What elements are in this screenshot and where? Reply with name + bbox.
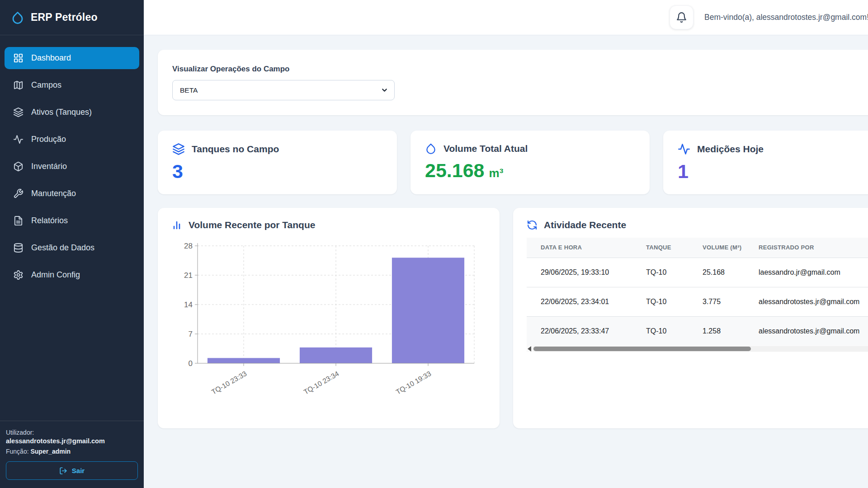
table-cell: 22/06/2025, 23:33:47 — [527, 316, 641, 346]
sidebar-item-inventario[interactable]: Inventário — [5, 155, 139, 178]
table-row: 29/06/2025, 19:33:10TQ-1025.168laessandr… — [527, 258, 868, 287]
sidebar-item-label: Dashboard — [31, 53, 71, 63]
app-title: ERP Petróleo — [31, 11, 98, 23]
sidebar-user-section: Utilizador: alessandrotostes.jr@gmail.co… — [0, 421, 144, 488]
sidebar-item-label: Ativos (Tanques) — [31, 108, 92, 117]
field-select[interactable]: BETA — [172, 80, 395, 100]
stats-row: Tanques no Campo 3 Volume Total Atual 25… — [158, 131, 868, 194]
sidebar-item-manutencao[interactable]: Manutenção — [5, 183, 139, 205]
svg-text:7: 7 — [189, 330, 193, 338]
svg-text:21: 21 — [184, 271, 193, 280]
svg-text:28: 28 — [184, 242, 193, 250]
top-header: Bem-vindo(a), alessandrotostes.jr@gmail.… — [144, 0, 868, 35]
scrollbar-track[interactable] — [533, 346, 868, 352]
sidebar-item-relatorios[interactable]: Relatórios — [5, 210, 139, 232]
sidebar-item-label: Campos — [31, 80, 61, 90]
stat-title: Tanques no Campo — [192, 144, 279, 155]
field-filter-label: Visualizar Operações do Campo — [172, 65, 868, 74]
main-area: Bem-vindo(a), alessandrotostes.jr@gmail.… — [144, 0, 868, 488]
file-text-icon — [13, 216, 24, 226]
horizontal-scrollbar[interactable] — [527, 346, 868, 352]
volume-chart-card: Volume Recente por Tanque 07142128TQ-10 … — [158, 208, 500, 428]
table-cell: 25.168 — [697, 258, 753, 287]
scrollbar-thumb[interactable] — [533, 347, 751, 351]
layers-icon — [172, 143, 185, 155]
sidebar-nav: Dashboard Campos Ativos (Tanques) Produç… — [0, 35, 144, 291]
sidebar-item-label: Admin Config — [31, 270, 80, 280]
database-icon — [13, 243, 24, 253]
table-cell: TQ-10 — [641, 258, 697, 287]
refresh-icon — [527, 220, 538, 230]
table-cell: alessandrotostes.jr@gmail.com — [753, 316, 868, 346]
bar-chart-icon — [171, 220, 182, 230]
table-cell: laessandro.jr@gmail.com — [753, 258, 868, 287]
table-cell: alessandrotostes.jr@gmail.com — [753, 287, 868, 316]
logout-icon — [59, 467, 67, 475]
droplet-logo-icon — [11, 11, 24, 24]
activity-title: Atividade Recente — [544, 220, 626, 230]
sidebar-item-label: Manutenção — [31, 189, 76, 198]
column-header: Volume (m³) — [697, 238, 753, 258]
table-header-row: Data e HoraTanqueVolume (m³)Registrado P… — [527, 238, 868, 258]
svg-text:TQ-10 23:34: TQ-10 23:34 — [302, 370, 340, 396]
table-row: 22/06/2025, 23:34:01TQ-103.775alessandro… — [527, 287, 868, 316]
stat-title: Volume Total Atual — [443, 143, 528, 154]
bar-chart: 07142128TQ-10 23:33TQ-10 23:34TQ-10 19:3… — [171, 237, 486, 411]
scroll-left-arrow-icon[interactable] — [528, 346, 531, 352]
activity-table: Data e HoraTanqueVolume (m³)Registrado P… — [527, 238, 868, 346]
svg-text:TQ-10 23:33: TQ-10 23:33 — [210, 370, 248, 396]
stat-card-tanques: Tanques no Campo 3 — [158, 131, 397, 194]
gear-icon — [13, 270, 24, 280]
stat-unit: m³ — [489, 166, 504, 180]
chart-title: Volume Recente por Tanque — [189, 220, 315, 230]
app-logo: ERP Petróleo — [0, 0, 144, 35]
svg-text:0: 0 — [189, 359, 193, 368]
sidebar-item-label: Gestão de Dados — [31, 243, 94, 253]
droplet-icon — [425, 143, 437, 155]
activity-table-container: Data e HoraTanqueVolume (m³)Registrado P… — [527, 238, 868, 352]
sidebar-item-producao[interactable]: Produção — [5, 128, 139, 150]
user-email: alessandrotostes.jr@gmail.com — [6, 437, 138, 445]
table-cell: 3.775 — [697, 287, 753, 316]
sidebar-item-gestao-de-dados[interactable]: Gestão de Dados — [5, 237, 139, 259]
notifications-button[interactable] — [670, 5, 693, 29]
table-cell: 29/06/2025, 19:33:10 — [527, 258, 641, 287]
field-filter-card: Visualizar Operações do Campo BETA — [158, 50, 868, 115]
activity-icon — [678, 143, 690, 155]
sidebar-item-campos[interactable]: Campos — [5, 74, 139, 96]
stat-title: Medições Hoje — [697, 144, 764, 155]
stat-value: 1 — [678, 161, 868, 182]
dashboard-content: Visualizar Operações do Campo BETA Tanqu… — [144, 35, 868, 488]
sidebar-item-admin-config[interactable]: Admin Config — [5, 264, 139, 286]
stat-card-medicoes: Medições Hoje 1 — [663, 131, 868, 194]
activity-icon — [13, 134, 24, 145]
svg-text:14: 14 — [184, 300, 193, 309]
table-cell: 22/06/2025, 23:34:01 — [527, 287, 641, 316]
table-cell: 1.258 — [697, 316, 753, 346]
user-role: Função: Super_admin — [6, 448, 138, 455]
sidebar-item-dashboard[interactable]: Dashboard — [5, 47, 139, 69]
package-icon — [13, 161, 24, 172]
stat-value: 3 — [172, 161, 382, 182]
wrench-icon — [13, 188, 24, 199]
column-header: Data e Hora — [527, 238, 641, 258]
recent-activity-card: Atividade Recente Data e HoraTanqueVolum… — [513, 208, 868, 428]
table-cell: TQ-10 — [641, 287, 697, 316]
stat-card-volume: Volume Total Atual 25.168m³ — [410, 131, 650, 194]
map-icon — [13, 80, 24, 90]
layers-icon — [13, 107, 24, 117]
bell-icon — [676, 12, 687, 23]
sidebar-item-label: Produção — [31, 135, 66, 144]
column-header: Registrado Por — [753, 238, 868, 258]
sair-button[interactable]: Sair — [6, 461, 138, 480]
sidebar-item-ativos[interactable]: Ativos (Tanques) — [5, 101, 139, 123]
table-row: 22/06/2025, 23:33:47TQ-101.258alessandro… — [527, 316, 868, 346]
dashboard-icon — [13, 53, 24, 63]
sidebar: ERP Petróleo Dashboard Campos Ativos (Ta… — [0, 0, 144, 488]
sidebar-item-label: Inventário — [31, 162, 67, 171]
column-header: Tanque — [641, 238, 697, 258]
welcome-text: Bem-vindo(a), alessandrotostes.jr@gmail.… — [704, 13, 868, 22]
svg-text:TQ-10 19:33: TQ-10 19:33 — [395, 370, 433, 396]
stat-value: 25.168m³ — [425, 160, 635, 181]
table-cell: TQ-10 — [641, 316, 697, 346]
